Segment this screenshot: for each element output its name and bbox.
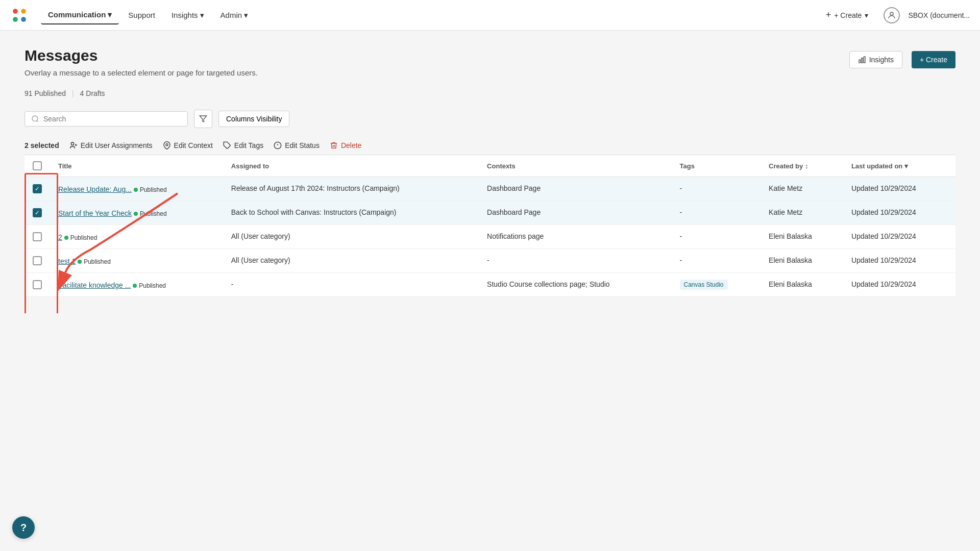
user-icon[interactable] xyxy=(884,7,900,23)
row-checkbox[interactable] xyxy=(33,232,42,241)
columns-visibility-button[interactable]: Columns Visibility xyxy=(218,111,289,127)
row-title-link[interactable]: test 1 xyxy=(58,257,76,265)
svg-point-11 xyxy=(71,142,74,145)
status-badge: Published xyxy=(134,186,167,193)
nav-right: + + Create ▾ SBOX (document... xyxy=(819,6,970,24)
svg-point-2 xyxy=(13,17,18,22)
plus-icon: + xyxy=(826,10,831,20)
row-last-updated: Updated 10/29/2024 xyxy=(843,225,955,249)
row-contexts: Notifications page xyxy=(479,225,671,249)
published-count: 91 Published xyxy=(24,89,66,97)
row-tags: - xyxy=(672,249,761,273)
edit-tags-action[interactable]: Edit Tags xyxy=(223,141,263,149)
app-logo[interactable] xyxy=(10,6,29,24)
table-row: 2 Published All (User category) Notifica… xyxy=(24,225,955,249)
row-contexts: Studio Course collections page; Studio xyxy=(479,273,671,297)
page-subtitle: Overlay a message to a selected element … xyxy=(24,68,258,77)
drafts-count: 4 Drafts xyxy=(80,89,105,97)
status-badge: Published xyxy=(64,234,97,241)
context-icon xyxy=(163,141,171,149)
filter-icon xyxy=(199,115,207,123)
svg-point-14 xyxy=(166,144,168,146)
page-stats: 91 Published | 4 Drafts xyxy=(24,89,955,97)
row-created-by: Eleni Balaska xyxy=(761,225,843,249)
status-dot xyxy=(134,188,138,192)
status-badge: Published xyxy=(78,258,111,265)
selection-bar: 2 selected Edit User Assignments Edit Co… xyxy=(24,136,955,155)
row-last-updated: Updated 10/29/2024 xyxy=(843,177,955,201)
nav-item-communication[interactable]: Communication ▾ xyxy=(41,6,119,24)
status-dot xyxy=(133,284,137,288)
row-last-updated: Updated 10/29/2024 xyxy=(843,249,955,273)
chevron-down-icon: ▾ xyxy=(244,11,248,20)
svg-point-0 xyxy=(13,9,18,14)
stat-divider: | xyxy=(72,89,74,97)
row-tags: - xyxy=(672,225,761,249)
tags-icon xyxy=(223,141,231,149)
search-box xyxy=(24,111,188,127)
row-tags: - xyxy=(672,201,761,225)
toolbar: Columns Visibility xyxy=(24,110,955,128)
chevron-down-icon: ▾ xyxy=(108,10,112,19)
nav-item-admin[interactable]: Admin ▾ xyxy=(213,7,256,24)
svg-rect-6 xyxy=(861,58,863,63)
row-assigned-to: All (User category) xyxy=(223,225,479,249)
col-contexts: Contexts xyxy=(479,155,671,177)
row-title-link[interactable]: 2 xyxy=(58,233,62,241)
col-tags: Tags xyxy=(672,155,761,177)
row-assigned-to: All (User category) xyxy=(223,249,479,273)
row-created-by: Katie Metz xyxy=(761,177,843,201)
nav-item-insights[interactable]: Insights ▾ xyxy=(164,7,211,24)
status-badge: Published xyxy=(133,282,166,289)
row-contexts: - xyxy=(479,249,671,273)
svg-rect-7 xyxy=(864,57,865,63)
account-label[interactable]: SBOX (document... xyxy=(908,11,970,19)
insights-button[interactable]: Insights xyxy=(849,51,902,68)
create-button[interactable]: + Create xyxy=(912,51,955,68)
row-created-by: Katie Metz xyxy=(761,201,843,225)
chart-icon xyxy=(858,56,866,64)
user-assignment-icon xyxy=(69,141,78,149)
svg-marker-10 xyxy=(200,116,206,122)
status-dot xyxy=(64,236,68,240)
messages-table: Title Assigned to Contexts Tags Created … xyxy=(24,155,955,297)
row-title-link[interactable]: Facilitate knowledge ... xyxy=(58,281,131,289)
row-assigned-to: Release of August 17th 2024: Instructors… xyxy=(223,177,479,201)
row-checkbox[interactable] xyxy=(33,208,42,217)
selected-count: 2 selected xyxy=(24,141,59,149)
table-row: Start of the Year Check Published Back t… xyxy=(24,201,955,225)
edit-context-action[interactable]: Edit Context xyxy=(163,141,213,149)
col-last-updated: Last updated on ▾ xyxy=(843,155,955,177)
svg-point-3 xyxy=(21,17,26,22)
col-title: Title xyxy=(50,155,223,177)
nav-item-support[interactable]: Support xyxy=(121,7,162,23)
row-title-link[interactable]: Release Update: Aug... xyxy=(58,185,132,193)
delete-action[interactable]: Delete xyxy=(330,141,361,149)
search-input[interactable] xyxy=(43,115,181,123)
table-container: Title Assigned to Contexts Tags Created … xyxy=(24,155,955,297)
row-tags: - xyxy=(672,177,761,201)
row-last-updated: Updated 10/29/2024 xyxy=(843,201,955,225)
chevron-down-icon: ▾ xyxy=(865,11,868,19)
row-title-link[interactable]: Start of the Year Check xyxy=(58,209,132,217)
edit-status-action[interactable]: Edit Status xyxy=(274,141,320,149)
table-row: Facilitate knowledge ... Published - Stu… xyxy=(24,273,955,297)
nav-items: Communication ▾ Support Insights ▾ Admin… xyxy=(41,6,819,24)
row-last-updated: Updated 10/29/2024 xyxy=(843,273,955,297)
status-badge: Published xyxy=(134,210,167,217)
nav-create-button[interactable]: + + Create ▾ xyxy=(819,6,876,24)
table-row: test 1 Published All (User category) - -… xyxy=(24,249,955,273)
status-dot xyxy=(134,212,138,216)
navbar: Communication ▾ Support Insights ▾ Admin… xyxy=(0,0,980,31)
row-checkbox[interactable] xyxy=(33,184,42,193)
edit-user-assignments-action[interactable]: Edit User Assignments xyxy=(69,141,153,149)
filter-button[interactable] xyxy=(194,110,212,128)
row-contexts: Dashboard Page xyxy=(479,201,671,225)
header-checkbox[interactable] xyxy=(33,161,42,170)
row-created-by: Eleni Balaska xyxy=(761,249,843,273)
row-checkbox[interactable] xyxy=(33,256,42,265)
row-checkbox[interactable] xyxy=(33,280,42,289)
col-assigned-to: Assigned to xyxy=(223,155,479,177)
svg-rect-5 xyxy=(859,60,861,63)
status-icon xyxy=(274,141,282,149)
